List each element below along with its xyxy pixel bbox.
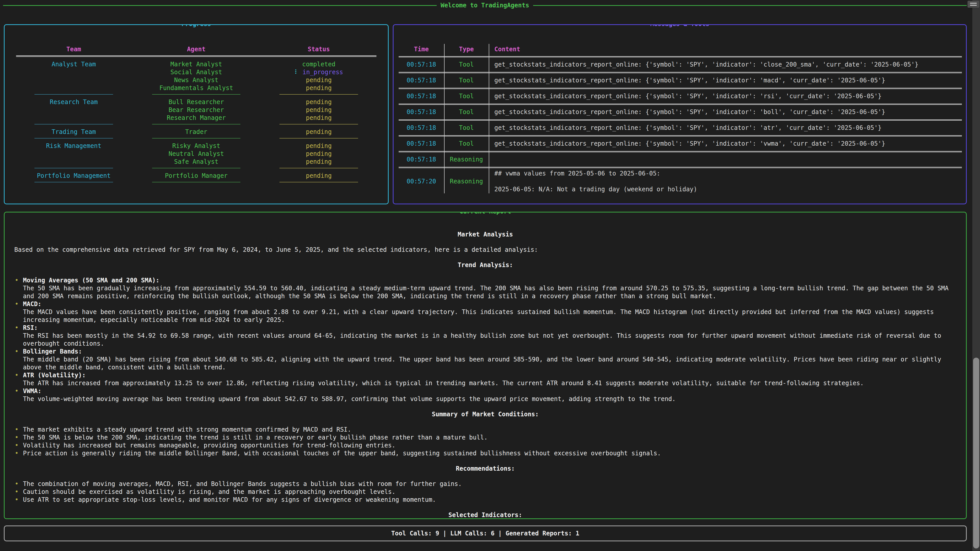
report-bullet: •ATR (Volatility):The ATR has increased … (14, 372, 956, 387)
status-cell: pending (261, 114, 376, 122)
type-cell: Tool (444, 92, 489, 100)
bullet-title: Bollinger Bands: (23, 348, 956, 356)
header-rule-left (3, 5, 437, 6)
messages-table: Time Type Content 00:57:18Toolget_stocks… (399, 45, 962, 195)
agent-cell: Market Analyst (131, 60, 261, 68)
current-report-panel: Current Report Market AnalysisBased on t… (4, 212, 967, 519)
bullet-text: Volatility has increased but remains man… (23, 441, 956, 449)
bullet-body: Use ATR to set appropriate stop-loss lev… (23, 496, 956, 504)
message-row: 00:57:20Reasoning## vwma values from 202… (399, 168, 962, 195)
progress-row: Research TeamBull Researcherpending (16, 98, 376, 106)
progress-row: Trading TeamTraderpending (16, 128, 376, 136)
bullet-text: The market exhibits a steady upward tren… (23, 426, 956, 433)
progress-row: Research Managerpending (16, 114, 376, 122)
time-cell: 00:57:18 (399, 156, 444, 164)
team-cell: Research Team (16, 98, 131, 106)
progress-row: Safe Analystpending (16, 158, 376, 166)
bullet-text: The ATR has increased from approximately… (23, 380, 956, 387)
agent-cell: Safe Analyst (131, 158, 261, 166)
separator-line (35, 94, 113, 95)
team-cell (16, 158, 131, 166)
separator-line (35, 182, 113, 183)
status-cell: pending (261, 106, 376, 114)
message-row: 00:57:18Toolget_stockstats_indicators_re… (399, 57, 962, 72)
bullet-icon: • (14, 387, 23, 403)
message-row: 00:57:18Toolget_stockstats_indicators_re… (399, 137, 962, 151)
report-bullet-list: •Moving Averages (50 SMA and 200 SMA):Th… (14, 276, 956, 403)
content-line: ## vwma values from 2025-05-06 to 2025-0… (494, 170, 962, 178)
team-cell: Portfolio Management (16, 172, 131, 180)
column-header-content: Content (489, 45, 962, 56)
report-bullet: •RSI:The RSI has been mostly in the 54.9… (14, 324, 956, 348)
progress-row: Analyst TeamMarket Analystcompleted (16, 60, 376, 68)
message-row: 00:57:18Reasoning (399, 152, 962, 167)
progress-table: Team Agent Status Analyst TeamMarket Ana… (16, 45, 376, 183)
app-title: Welcome to TradingAgents (441, 2, 529, 10)
report-panel-title: Current Report (456, 212, 514, 216)
menu-icon[interactable] (967, 1, 979, 8)
separator-line (280, 94, 358, 95)
bullet-text: The 50 SMA has been gradually increasing… (23, 284, 956, 300)
status-label: in_progress (302, 68, 343, 76)
time-cell: 00:57:18 (399, 92, 444, 100)
content-line: get_stockstats_indicators_report_online:… (494, 140, 962, 148)
agent-cell: Research Manager (131, 114, 261, 122)
agent-cell: Bear Researcher (131, 106, 261, 114)
content-line: get_stockstats_indicators_report_online:… (494, 61, 962, 68)
content-line: 2025-06-05: N/A: Not a trading day (week… (494, 186, 962, 193)
content-line: get_stockstats_indicators_report_online:… (494, 92, 962, 100)
content-line (494, 178, 962, 186)
time-cell: 00:57:18 (399, 76, 444, 84)
scrollbar-track[interactable] (972, 0, 980, 551)
column-header-time: Time (399, 45, 444, 56)
message-row: 00:57:18Toolget_stockstats_indicators_re… (399, 105, 962, 119)
column-divider (444, 44, 445, 193)
bullet-body: The combination of moving averages, MACD… (23, 480, 956, 488)
bullet-icon: • (14, 441, 23, 449)
team-cell: Trading Team (16, 128, 131, 136)
status-label: completed (302, 61, 335, 68)
separator-line (152, 182, 240, 183)
bullet-title: ATR (Volatility): (23, 372, 956, 380)
status-cell: pending (261, 172, 376, 180)
content-cell: get_stockstats_indicators_report_online:… (489, 92, 962, 100)
time-cell: 00:57:18 (399, 124, 444, 132)
team-group-separator (16, 94, 376, 95)
agent-cell: Social Analyst (131, 68, 261, 76)
content-cell: get_stockstats_indicators_report_online:… (489, 61, 962, 68)
column-header-agent: Agent (131, 45, 261, 53)
type-cell: Reasoning (444, 178, 489, 186)
bullet-icon: • (14, 449, 23, 457)
type-cell: Reasoning (444, 156, 489, 164)
status-cell: pending (261, 98, 376, 106)
status-label: pending (306, 172, 331, 179)
separator-line (152, 168, 240, 168)
messages-panel-title: Messages & Tools (647, 24, 713, 28)
report-content: Market AnalysisBased on the comprehensiv… (5, 213, 966, 518)
scrollbar-thumb[interactable] (973, 358, 979, 548)
separator-line (152, 94, 240, 95)
content-cell: get_stockstats_indicators_report_online:… (489, 124, 962, 132)
report-heading: Market Analysis (14, 230, 956, 238)
progress-table-body: Analyst TeamMarket AnalystcompletedSocia… (16, 60, 376, 183)
report-heading: Trend Analysis: (14, 261, 956, 269)
bullet-body: RSI:The RSI has been mostly in the 54.92… (23, 324, 956, 348)
bullet-text: Price action is generally riding the mid… (23, 449, 956, 457)
bullet-text: Caution should be exercised as volatilit… (23, 488, 956, 496)
report-bullet-list: •The market exhibits a steady upward tre… (14, 426, 956, 457)
status-cell: pending (261, 158, 376, 166)
agent-cell: News Analyst (131, 76, 261, 84)
report-heading: Recommendations: (14, 465, 956, 473)
progress-row: Fundamentals Analystpending (16, 84, 376, 92)
column-header-type: Type (444, 45, 489, 56)
bullet-text: Use ATR to set appropriate stop-loss lev… (23, 496, 956, 504)
status-label: pending (306, 76, 331, 84)
content-cell: get_stockstats_indicators_report_online:… (489, 76, 962, 84)
bullet-body: Price action is generally riding the mid… (23, 449, 956, 457)
column-header-status: Status (261, 45, 376, 53)
stats-footer: Tool Calls: 9 | LLM Calls: 6 | Generated… (4, 526, 967, 541)
status-label: pending (306, 114, 331, 121)
status-cell: completed (261, 60, 376, 68)
progress-row: Neutral Analystpending (16, 150, 376, 158)
team-cell (16, 76, 131, 84)
